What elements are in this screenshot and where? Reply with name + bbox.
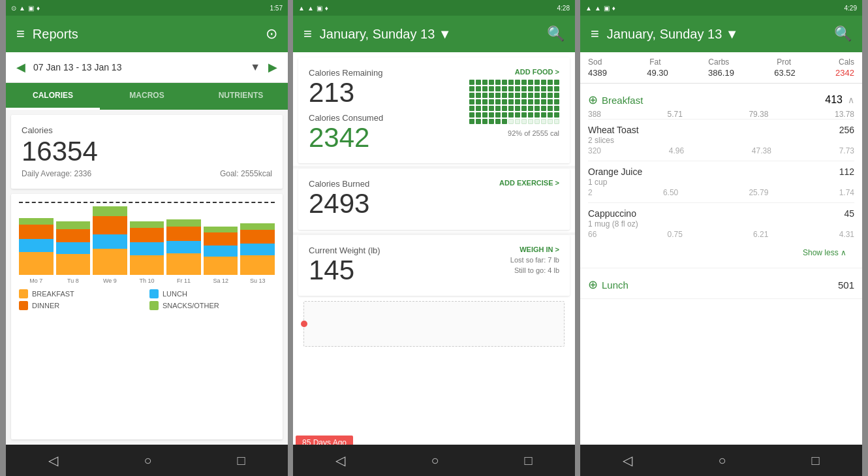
grid-dot-64 xyxy=(521,106,527,111)
home-btn-2[interactable]: ○ xyxy=(431,453,439,468)
bar-group-1: Tu 8 xyxy=(56,221,91,284)
cap-mac-4: 4.31 xyxy=(839,230,854,239)
app-bar-2: ≡ January, Sunday 13 ▼ 🔍 xyxy=(293,16,575,52)
target-icon[interactable]: ⊙ xyxy=(266,25,277,42)
cap-mac-2: 0.75 xyxy=(668,230,683,239)
grid-dot-87 xyxy=(489,119,494,124)
calories-stats-card: Calories 16354 Daily Average: 2336 Goal:… xyxy=(11,115,283,189)
grid-dot-20 xyxy=(508,86,514,91)
breakfast-plus-icon[interactable]: ⊕ xyxy=(588,93,598,107)
oj-cals: 112 xyxy=(839,167,854,177)
calories-remaining-value: 213 xyxy=(309,78,383,108)
screen2-content: Calories Remaining 213 Calories Consumed… xyxy=(293,52,575,445)
grid-dot-77 xyxy=(515,112,520,118)
menu-icon-2[interactable]: ≡ xyxy=(303,25,312,42)
bar-seg-lunch-0 xyxy=(19,239,54,252)
status-right-1: 1:57 xyxy=(270,5,283,12)
lunch-plus-icon[interactable]: ⊕ xyxy=(588,278,598,292)
grid-dot-6 xyxy=(508,80,514,85)
grid-dot-92 xyxy=(521,119,527,124)
recent-btn-1[interactable]: □ xyxy=(237,453,245,468)
home-btn-3[interactable]: ○ xyxy=(718,453,726,468)
status-right-2: 4:28 xyxy=(557,5,570,12)
weigh-in-btn[interactable]: WEIGH IN > xyxy=(519,246,559,253)
back-btn-1[interactable]: ◁ xyxy=(48,452,58,468)
status-time-3: 4:29 xyxy=(845,5,857,12)
lost-so-far: Lost so far: 7 lb xyxy=(510,256,559,264)
bottom-nav-2: ◁ ○ □ xyxy=(293,445,575,476)
screen3: ▲ ▲ ▣ ♦ 4:29 ≡ January, Sunday 13 ▼ 🔍 So… xyxy=(580,0,862,476)
bar-group-3: Th 10 xyxy=(130,221,164,284)
bottom-nav-3: ◁ ○ □ xyxy=(580,445,862,476)
status-left-3: ▲ ▲ ▣ ♦ xyxy=(585,5,615,12)
grid-dot-79 xyxy=(528,112,533,118)
breakfast-cals: 413 xyxy=(825,94,843,106)
legend-lunch-label: LUNCH xyxy=(163,290,187,298)
s3-icon-1: ▲ xyxy=(585,5,592,12)
home-btn-1[interactable]: ○ xyxy=(144,453,151,468)
grid-dot-83 xyxy=(554,112,559,118)
weight-right: WEIGH IN > Lost so far: 7 lb Still to go… xyxy=(510,246,559,274)
grid-dot-38 xyxy=(535,93,540,98)
show-less-btn[interactable]: Show less ∧ xyxy=(588,244,854,261)
grid-dot-42 xyxy=(469,99,474,104)
grid-dot-55 xyxy=(554,99,559,104)
screen2-title: January, Sunday 13 ▼ xyxy=(320,27,539,42)
status-left-icons-1: ⊙ ▲ ▣ ♦ xyxy=(11,5,40,12)
screen1-content: ◀ 07 Jan 13 - 13 Jan 13 ▼ ▶ CALORIES MAC… xyxy=(6,52,288,445)
grid-dot-66 xyxy=(535,106,540,111)
bar-seg-lunch-1 xyxy=(56,242,91,254)
grid-dot-88 xyxy=(495,119,501,124)
date-prev-btn[interactable]: ◀ xyxy=(14,57,28,77)
grid-dot-10 xyxy=(535,80,540,85)
app-bar-1: ≡ Reports ⊙ xyxy=(6,16,288,52)
oj-header: Orange Juice 112 xyxy=(588,167,854,177)
bar-seg-lunch-2 xyxy=(93,234,127,249)
grid-dot-68 xyxy=(548,106,553,111)
search-icon-3[interactable]: 🔍 xyxy=(834,25,852,42)
grid-dot-47 xyxy=(502,99,507,104)
screen3-dropdown-icon[interactable]: ▼ xyxy=(726,27,739,41)
grid-dot-45 xyxy=(489,99,494,104)
bk-mac-1: 388 xyxy=(588,110,601,119)
grid-dot-22 xyxy=(521,86,527,91)
grid-dot-76 xyxy=(508,112,514,118)
search-icon-2[interactable]: 🔍 xyxy=(547,25,565,42)
breakfast-chevron-up[interactable]: ∧ xyxy=(848,95,854,105)
show-less-chevron: ∧ xyxy=(841,248,846,257)
grid-dot-27 xyxy=(554,86,559,91)
burned-left: Calories Burned 2493 xyxy=(309,179,369,219)
recent-btn-3[interactable]: □ xyxy=(811,453,819,468)
legend-breakfast-dot xyxy=(19,289,28,298)
grid-dot-49 xyxy=(515,99,520,104)
recent-btn-2[interactable]: □ xyxy=(524,453,532,468)
menu-icon-1[interactable]: ≡ xyxy=(16,25,25,42)
calorie-visual-grid xyxy=(469,80,559,124)
date-dropdown-icon[interactable]: ▼ xyxy=(250,61,260,73)
tab-calories[interactable]: CALORIES xyxy=(6,83,100,110)
grid-dot-11 xyxy=(541,80,546,85)
screen2-dropdown-icon[interactable]: ▼ xyxy=(439,27,452,41)
back-btn-2[interactable]: ◁ xyxy=(335,452,345,468)
wheat-toast-header: Wheat Toast 256 xyxy=(588,125,854,135)
date-next-btn[interactable]: ▶ xyxy=(266,57,280,77)
screen2: ▲ ▲ ▣ ♦ 4:28 ≡ January, Sunday 13 ▼ 🔍 Ca… xyxy=(293,0,575,476)
bar-seg-breakfast-2 xyxy=(93,249,127,275)
date-navigator: ◀ 07 Jan 13 - 13 Jan 13 ▼ ▶ xyxy=(6,52,288,83)
tab-macros[interactable]: MACROS xyxy=(100,83,194,110)
grid-dot-57 xyxy=(476,106,481,111)
tab-nutrients[interactable]: NUTRIENTS xyxy=(194,83,288,110)
back-btn-3[interactable]: ◁ xyxy=(623,452,632,468)
grid-dot-85 xyxy=(476,119,481,124)
grid-dot-34 xyxy=(508,93,514,98)
grid-dot-7 xyxy=(515,80,520,85)
bar-group-0: Mo 7 xyxy=(19,218,54,284)
grid-dot-89 xyxy=(502,119,507,124)
add-exercise-btn[interactable]: ADD EXERCISE > xyxy=(499,179,559,187)
screen3-title: January, Sunday 13 ▼ xyxy=(607,27,826,42)
menu-icon-3[interactable]: ≡ xyxy=(591,25,599,42)
grid-dot-67 xyxy=(541,106,546,111)
calories-burned-card: Calories Burned 2493 ADD EXERCISE > xyxy=(298,168,570,229)
grid-dot-80 xyxy=(535,112,540,118)
add-food-btn[interactable]: ADD FOOD > xyxy=(515,68,559,76)
